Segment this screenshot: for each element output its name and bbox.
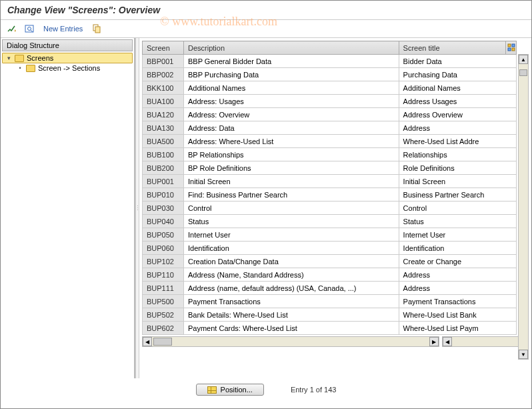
cell-screen-title[interactable]: Bidder Data: [399, 55, 516, 68]
scroll-down-icon[interactable]: ▼: [519, 350, 528, 359]
table-row[interactable]: BUP040StatusStatus: [143, 215, 517, 228]
cell-screen-title[interactable]: Control: [399, 201, 516, 215]
vertical-scrollbar[interactable]: ▲ ▼: [518, 54, 529, 360]
cell-screen-title[interactable]: Where-Used List Addre: [399, 135, 516, 148]
table-row[interactable]: BUB200BP Role DefinitionsRole Definition…: [143, 161, 517, 175]
cell-screen-title[interactable]: Relationships: [399, 148, 516, 161]
collapse-icon[interactable]: ▾: [5, 55, 12, 61]
cell-screen-code[interactable]: BUP010: [143, 188, 184, 201]
cell-description[interactable]: Address: Data: [184, 121, 399, 135]
table-config-button[interactable]: [506, 41, 517, 55]
table-row[interactable]: BUP030ControlControl: [143, 201, 517, 215]
toggle-display-icon[interactable]: [6, 23, 18, 35]
cell-description[interactable]: Initial Screen: [184, 175, 399, 188]
new-entries-button[interactable]: New Entries: [41, 25, 85, 33]
cell-screen-code[interactable]: BUP050: [143, 228, 184, 242]
cell-screen-code[interactable]: BUP040: [143, 215, 184, 228]
cell-description[interactable]: Address: Usages: [184, 95, 399, 108]
cell-description[interactable]: Identification: [184, 242, 399, 255]
position-button[interactable]: Position...: [196, 384, 264, 396]
scroll-right-icon[interactable]: ▶: [429, 337, 439, 346]
cell-screen-title[interactable]: Internet User: [399, 228, 516, 242]
cell-description[interactable]: BBP General Bidder Data: [184, 55, 399, 68]
cell-screen-title[interactable]: Address: [399, 282, 516, 295]
table-row[interactable]: BUP010Find: Business Partner SearchBusin…: [143, 188, 517, 201]
cell-screen-title[interactable]: Business Partner Search: [399, 188, 516, 201]
cell-screen-title[interactable]: Initial Screen: [399, 175, 516, 188]
cell-screen-title[interactable]: Payment Transactions: [399, 295, 516, 308]
table-row[interactable]: BUP060IdentificationIdentification: [143, 242, 517, 255]
cell-screen-code[interactable]: BUP001: [143, 175, 184, 188]
cell-screen-code[interactable]: BUP110: [143, 268, 184, 282]
cell-screen-title[interactable]: Identification: [399, 242, 516, 255]
cell-screen-title[interactable]: Address: [399, 268, 516, 282]
cell-screen-code[interactable]: BUP500: [143, 295, 184, 308]
table-row[interactable]: BUP500Payment TransactionsPayment Transa…: [143, 295, 517, 308]
table-row[interactable]: BUP602Payment Cards: Where-Used ListWher…: [143, 322, 517, 335]
cell-screen-title[interactable]: Address Overview: [399, 108, 516, 121]
cell-screen-code[interactable]: BUP602: [143, 322, 184, 335]
cell-screen-title[interactable]: Additional Names: [399, 81, 516, 95]
table-row[interactable]: BUA130Address: DataAddress: [143, 121, 517, 135]
cell-description[interactable]: Creation Data/Change Data: [184, 255, 399, 268]
cell-screen-code[interactable]: BUP502: [143, 308, 184, 322]
cell-screen-code[interactable]: BBP002: [143, 68, 184, 81]
table-row[interactable]: BUA500Address: Where-Used ListWhere-Used…: [143, 135, 517, 148]
cell-screen-code[interactable]: BBP001: [143, 55, 184, 68]
cell-screen-code[interactable]: BUP030: [143, 201, 184, 215]
cell-screen-title[interactable]: Role Definitions: [399, 161, 516, 175]
scroll-left-icon[interactable]: ◀: [443, 337, 452, 346]
col-description[interactable]: Description: [184, 41, 399, 55]
horizontal-scrollbar-title[interactable]: ◀ ▶: [442, 336, 529, 347]
cell-screen-code[interactable]: BUA500: [143, 135, 184, 148]
cell-screen-code[interactable]: BUA120: [143, 108, 184, 121]
cell-screen-code[interactable]: BUB200: [143, 161, 184, 175]
cell-description[interactable]: Find: Business Partner Search: [184, 188, 399, 201]
cell-screen-title[interactable]: Purchasing Data: [399, 68, 516, 81]
cell-description[interactable]: Address: Where-Used List: [184, 135, 399, 148]
cell-screen-code[interactable]: BUP060: [143, 242, 184, 255]
cell-description[interactable]: BBP Purchasing Data: [184, 68, 399, 81]
table-row[interactable]: BUP110Address (Name, Standard Address)Ad…: [143, 268, 517, 282]
cell-description[interactable]: BP Role Definitions: [184, 161, 399, 175]
table-row[interactable]: BUP102Creation Data/Change DataCreate or…: [143, 255, 517, 268]
cell-screen-code[interactable]: BUA100: [143, 95, 184, 108]
scroll-left-icon[interactable]: ◀: [143, 337, 152, 346]
cell-screen-title[interactable]: Status: [399, 215, 516, 228]
cell-description[interactable]: BP Relationships: [184, 148, 399, 161]
cell-description[interactable]: Payment Cards: Where-Used List: [184, 322, 399, 335]
cell-description[interactable]: Address: Overview: [184, 108, 399, 121]
table-row[interactable]: BUP502Bank Details: Where-Used ListWhere…: [143, 308, 517, 322]
cell-screen-title[interactable]: Create or Change: [399, 255, 516, 268]
table-row[interactable]: BBP002BBP Purchasing DataPurchasing Data: [143, 68, 517, 81]
tree-node-screens[interactable]: ▾ Screens: [2, 53, 133, 63]
table-row[interactable]: BUP111Address (name, default address) (U…: [143, 282, 517, 295]
cell-screen-code[interactable]: BUP111: [143, 282, 184, 295]
cell-screen-title[interactable]: Address: [399, 121, 516, 135]
scroll-track[interactable]: [519, 64, 528, 350]
cell-screen-title[interactable]: Address Usages: [399, 95, 516, 108]
cell-description[interactable]: Address (name, default address) (USA, Ca…: [184, 282, 399, 295]
col-screen[interactable]: Screen: [143, 41, 184, 55]
cell-screen-title[interactable]: Where-Used List Bank: [399, 308, 516, 322]
horizontal-scrollbar-main[interactable]: ◀ ▶: [142, 336, 439, 347]
col-screen-title[interactable]: Screen title: [399, 41, 505, 55]
select-view-icon[interactable]: [23, 23, 35, 35]
cell-screen-code[interactable]: BUP102: [143, 255, 184, 268]
table-row[interactable]: BBP001BBP General Bidder DataBidder Data: [143, 55, 517, 68]
table-row[interactable]: BUB100BP RelationshipsRelationships: [143, 148, 517, 161]
cell-screen-code[interactable]: BUB100: [143, 148, 184, 161]
cell-screen-code[interactable]: BUA130: [143, 121, 184, 135]
cell-description[interactable]: Address (Name, Standard Address): [184, 268, 399, 282]
table-row[interactable]: BUP001Initial ScreenInitial Screen: [143, 175, 517, 188]
cell-screen-title[interactable]: Where-Used List Paym: [399, 322, 516, 335]
cell-screen-code[interactable]: BKK100: [143, 81, 184, 95]
cell-description[interactable]: Additional Names: [184, 81, 399, 95]
table-row[interactable]: BUP050Internet UserInternet User: [143, 228, 517, 242]
cell-description[interactable]: Payment Transactions: [184, 295, 399, 308]
tree-node-screen-sections[interactable]: • Screen -> Sections: [2, 63, 133, 73]
cell-description[interactable]: Internet User: [184, 228, 399, 242]
scroll-thumb[interactable]: [519, 69, 527, 76]
table-row[interactable]: BKK100Additional NamesAdditional Names: [143, 81, 517, 95]
cell-description[interactable]: Control: [184, 201, 399, 215]
